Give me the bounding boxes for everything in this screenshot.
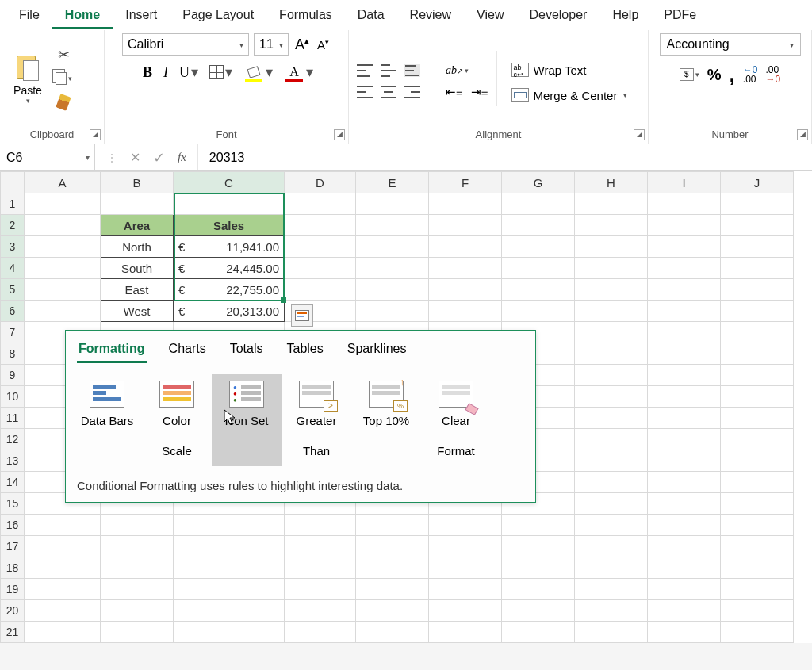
comma-button[interactable]: , [730,71,735,78]
qa-tab-tables[interactable]: Tables [285,339,325,363]
font-size-combo[interactable]: 11 ▾ [254,33,289,56]
col-header-G[interactable]: G [502,172,575,193]
cell-B6[interactable]: West [101,301,174,322]
qa-item-icon-set[interactable]: ● ● ● Icon Set [212,374,282,466]
col-header-E[interactable]: E [356,172,429,193]
row-header[interactable]: 12 [1,429,25,450]
number-dialog-launcher[interactable]: ◢ [797,129,808,140]
align-left-button[interactable] [357,86,373,98]
tab-help[interactable]: Help [599,3,651,27]
format-painter-button[interactable] [52,94,75,111]
font-dialog-launcher[interactable]: ◢ [334,129,345,140]
copy-button[interactable]: ▾ [52,70,75,87]
paste-button[interactable]: Paste ▾ [8,52,48,105]
tab-page-layout[interactable]: Page Layout [170,3,266,27]
number-format-combo[interactable]: Accounting ▾ [660,33,801,56]
row-header[interactable]: 10 [1,386,25,408]
row-header[interactable]: 20 [1,600,25,622]
accounting-format-button[interactable]: $ ▾ [680,68,699,81]
qa-item-greater-than[interactable]: > GreaterThan [282,374,351,466]
align-middle-button[interactable] [381,64,396,77]
clipboard-dialog-launcher[interactable]: ◢ [90,129,101,140]
tab-formulas[interactable]: Formulas [266,3,345,27]
col-header-J[interactable]: J [721,172,794,193]
row-header[interactable]: 1 [1,193,25,215]
cell-C5[interactable]: €22,755.00 [174,279,285,301]
row-header[interactable]: 6 [1,301,25,322]
cell-B2[interactable]: Area [101,215,174,236]
tab-pdf[interactable]: PDFe [651,3,709,27]
decrease-indent-button[interactable]: ⇤≡ [446,85,463,99]
col-header-B[interactable]: B [101,172,174,193]
qa-item-data-bars[interactable]: Data Bars [72,374,142,466]
row-header[interactable]: 17 [1,536,25,557]
tab-insert[interactable]: Insert [113,3,170,27]
increase-font-button[interactable]: A▴ [293,36,311,53]
tab-data[interactable]: Data [345,3,397,27]
col-header-D[interactable]: D [285,172,356,193]
borders-button[interactable]: ▾ [209,63,232,81]
row-header[interactable]: 21 [1,622,25,643]
align-top-button[interactable] [357,64,373,77]
col-header-A[interactable]: A [25,172,101,193]
row-header[interactable]: 8 [1,343,25,365]
row-header[interactable]: 15 [1,493,25,515]
name-box[interactable]: C6 ▾ [0,144,95,170]
worksheet-grid[interactable]: A B C D E F G H I J 1 2 Area Sales 3 Nor… [0,171,812,643]
cell-B5[interactable]: East [101,279,174,301]
alignment-dialog-launcher[interactable]: ◢ [634,129,645,140]
row-header[interactable]: 7 [1,322,25,343]
row-header[interactable]: 19 [1,579,25,600]
qa-item-top-10[interactable]: % ↑ Top 10% [351,374,421,466]
select-all-button[interactable] [1,172,25,193]
col-header-H[interactable]: H [575,172,648,193]
qa-tab-sparklines[interactable]: Sparklines [346,339,408,363]
align-bottom-button[interactable] [404,64,420,77]
wrap-text-button[interactable]: abc↩ Wrap Text [511,63,628,77]
align-right-button[interactable] [404,86,420,98]
align-center-button[interactable] [381,86,396,98]
row-header[interactable]: 14 [1,472,25,493]
row-header[interactable]: 3 [1,236,25,258]
cut-button[interactable]: ✂ [52,46,75,63]
font-name-combo[interactable]: Calibri ▾ [122,33,249,56]
row-header[interactable]: 11 [1,408,25,429]
tab-view[interactable]: View [464,3,516,27]
quick-analysis-button[interactable] [291,304,313,327]
cell-C4[interactable]: €24,445.00 [174,258,285,279]
tab-review[interactable]: Review [397,3,464,27]
qa-item-color-scale[interactable]: ColorScale [142,374,212,466]
qa-tab-totals[interactable]: Totals [228,339,265,363]
cell-B4[interactable]: South [101,258,174,279]
cancel-formula-button[interactable]: ✕ [130,150,140,165]
row-header[interactable]: 2 [1,215,25,236]
cell-C6[interactable]: €20,313.00 [174,301,285,322]
formula-input[interactable]: 20313 [198,151,812,165]
tab-developer[interactable]: Developer [516,3,599,27]
orientation-button[interactable]: ab↗▾ [446,64,469,77]
row-header[interactable]: 13 [1,450,25,472]
font-color-button[interactable]: A ▾ [284,63,313,81]
decrease-decimal-button[interactable]: .00→0 [766,65,781,84]
italic-button[interactable]: I [163,64,168,81]
col-header-F[interactable]: F [429,172,502,193]
qa-tab-formatting[interactable]: Formatting [77,339,147,363]
insert-function-button[interactable]: fx [178,151,186,164]
col-header-C[interactable]: C [174,172,285,193]
bold-button[interactable]: B [143,64,152,81]
increase-decimal-button[interactable]: ←0.00 [743,65,758,84]
qa-item-clear-format[interactable]: ClearFormat [421,374,491,466]
row-header[interactable]: 16 [1,515,25,536]
cell-C2[interactable]: Sales [174,215,285,236]
enter-formula-button[interactable]: ✓ [153,149,165,167]
decrease-font-button[interactable]: A▾ [316,38,331,52]
cell-C3[interactable]: €11,941.00 [174,236,285,258]
row-header[interactable]: 5 [1,279,25,301]
percent-button[interactable]: % [707,66,722,84]
tab-file[interactable]: File [6,3,52,27]
col-header-I[interactable]: I [648,172,721,193]
row-header[interactable]: 4 [1,258,25,279]
increase-indent-button[interactable]: ⇥≡ [471,85,488,99]
merge-center-button[interactable]: Merge & Center ▾ [511,88,628,102]
expand-formula-icon[interactable]: ⋮ [106,151,117,164]
